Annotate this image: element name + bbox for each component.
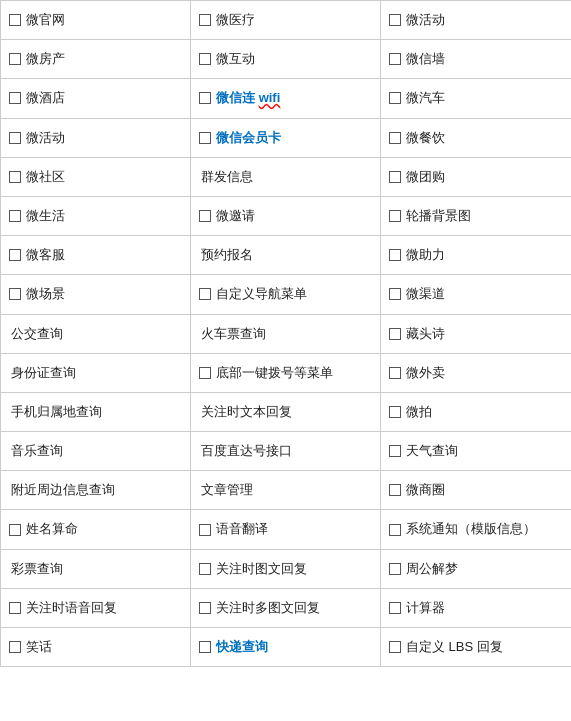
checkbox-icon[interactable] [389, 563, 401, 575]
table-cell[interactable]: 微场景 [1, 275, 191, 314]
checkbox-icon[interactable] [389, 171, 401, 183]
table-cell[interactable]: 微活动 [1, 119, 191, 158]
cell-label: 自定义导航菜单 [216, 285, 307, 303]
table-cell[interactable]: 关注时语音回复 [1, 589, 191, 628]
table-cell[interactable]: 火车票查询 [191, 315, 381, 354]
checkbox-icon[interactable] [9, 171, 21, 183]
checkbox-icon[interactable] [9, 602, 21, 614]
checkbox-icon[interactable] [389, 484, 401, 496]
checkbox-icon[interactable] [199, 14, 211, 26]
checkbox-icon[interactable] [9, 53, 21, 65]
table-cell[interactable]: 百度直达号接口 [191, 432, 381, 471]
table-cell[interactable]: 微助力 [381, 236, 571, 275]
table-cell[interactable]: 微拍 [381, 393, 571, 432]
checkbox-icon[interactable] [199, 210, 211, 222]
checkbox-icon[interactable] [9, 210, 21, 222]
checkbox-icon[interactable] [199, 92, 211, 104]
table-cell[interactable]: 姓名算命 [1, 510, 191, 549]
checkbox-icon[interactable] [9, 132, 21, 144]
checkbox-icon[interactable] [199, 602, 211, 614]
checkbox-icon[interactable] [389, 367, 401, 379]
table-cell[interactable]: 微渠道 [381, 275, 571, 314]
table-cell[interactable]: 系统通知（模版信息） [381, 510, 571, 549]
table-cell[interactable]: 音乐查询 [1, 432, 191, 471]
table-cell[interactable]: 微团购 [381, 158, 571, 197]
table-cell[interactable]: 周公解梦 [381, 550, 571, 589]
table-cell[interactable]: 藏头诗 [381, 315, 571, 354]
table-cell[interactable]: 轮播背景图 [381, 197, 571, 236]
checkbox-icon[interactable] [199, 367, 211, 379]
checkbox-icon[interactable] [389, 132, 401, 144]
table-cell[interactable]: 计算器 [381, 589, 571, 628]
table-cell[interactable]: 关注时多图文回复 [191, 589, 381, 628]
checkbox-icon[interactable] [9, 249, 21, 261]
table-cell[interactable]: 关注时文本回复 [191, 393, 381, 432]
checkbox-icon[interactable] [199, 563, 211, 575]
checkbox-icon[interactable] [389, 328, 401, 340]
table-cell[interactable]: 彩票查询 [1, 550, 191, 589]
checkbox-icon[interactable] [9, 14, 21, 26]
cell-label: 微信会员卡 [216, 129, 281, 147]
table-cell[interactable]: 微汽车 [381, 79, 571, 118]
table-cell[interactable]: 微房产 [1, 40, 191, 79]
cell-label: 底部一键拨号等菜单 [216, 364, 333, 382]
table-cell[interactable]: 微医疗 [191, 1, 381, 40]
table-cell[interactable]: 微社区 [1, 158, 191, 197]
table-cell[interactable]: 微商圈 [381, 471, 571, 510]
table-cell[interactable]: 微邀请 [191, 197, 381, 236]
table-cell[interactable]: 微信墙 [381, 40, 571, 79]
checkbox-icon[interactable] [389, 641, 401, 653]
cell-label: 微生活 [26, 207, 65, 225]
table-cell[interactable]: 自定义导航菜单 [191, 275, 381, 314]
checkbox-icon[interactable] [389, 524, 401, 536]
table-cell[interactable]: 预约报名 [191, 236, 381, 275]
cell-label: 微互动 [216, 50, 255, 68]
table-cell[interactable]: 手机归属地查询 [1, 393, 191, 432]
table-cell[interactable]: 微信会员卡 [191, 119, 381, 158]
checkbox-icon[interactable] [389, 602, 401, 614]
table-cell[interactable]: 天气查询 [381, 432, 571, 471]
table-cell[interactable]: 微信连 wifi [191, 79, 381, 118]
cell-label: 群发信息 [201, 168, 253, 186]
table-cell[interactable]: 自定义 LBS 回复 [381, 628, 571, 667]
checkbox-icon[interactable] [389, 445, 401, 457]
checkbox-icon[interactable] [389, 249, 401, 261]
table-cell[interactable]: 附近周边信息查询 [1, 471, 191, 510]
cell-label: 微汽车 [406, 89, 445, 107]
table-cell[interactable]: 快递查询 [191, 628, 381, 667]
checkbox-icon[interactable] [199, 53, 211, 65]
table-cell[interactable]: 群发信息 [191, 158, 381, 197]
table-cell[interactable]: 微生活 [1, 197, 191, 236]
checkbox-icon[interactable] [199, 524, 211, 536]
checkbox-icon[interactable] [389, 53, 401, 65]
table-cell[interactable]: 微活动 [381, 1, 571, 40]
feature-grid: 微官网微医疗微活动微房产微互动微信墙微酒店微信连 wifi微汽车微活动微信会员卡… [0, 0, 571, 667]
checkbox-icon[interactable] [9, 92, 21, 104]
checkbox-icon[interactable] [9, 524, 21, 536]
cell-label: 微房产 [26, 50, 65, 68]
checkbox-icon[interactable] [389, 288, 401, 300]
checkbox-icon[interactable] [389, 210, 401, 222]
table-cell[interactable]: 身份证查询 [1, 354, 191, 393]
table-cell[interactable]: 微外卖 [381, 354, 571, 393]
table-cell[interactable]: 底部一键拨号等菜单 [191, 354, 381, 393]
checkbox-icon[interactable] [199, 641, 211, 653]
checkbox-icon[interactable] [9, 288, 21, 300]
checkbox-icon[interactable] [389, 406, 401, 418]
table-cell[interactable]: 微互动 [191, 40, 381, 79]
checkbox-icon[interactable] [199, 288, 211, 300]
checkbox-icon[interactable] [389, 14, 401, 26]
table-cell[interactable]: 微官网 [1, 1, 191, 40]
table-cell[interactable]: 笑话 [1, 628, 191, 667]
checkbox-icon[interactable] [389, 92, 401, 104]
cell-label: 音乐查询 [11, 442, 63, 460]
checkbox-icon[interactable] [9, 641, 21, 653]
table-cell[interactable]: 公交查询 [1, 315, 191, 354]
table-cell[interactable]: 语音翻译 [191, 510, 381, 549]
table-cell[interactable]: 微酒店 [1, 79, 191, 118]
checkbox-icon[interactable] [199, 132, 211, 144]
table-cell[interactable]: 微客服 [1, 236, 191, 275]
table-cell[interactable]: 文章管理 [191, 471, 381, 510]
table-cell[interactable]: 关注时图文回复 [191, 550, 381, 589]
table-cell[interactable]: 微餐饮 [381, 119, 571, 158]
